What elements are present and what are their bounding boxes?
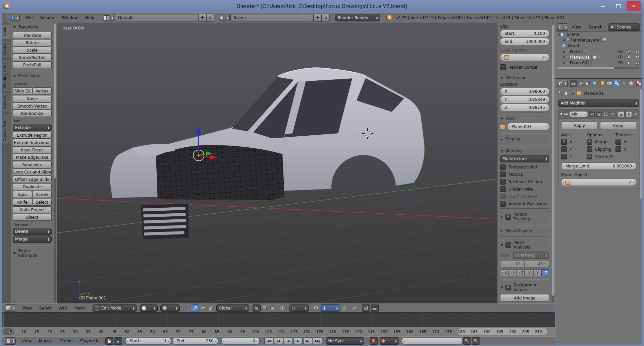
hidden-wire-checkbox[interactable]	[500, 186, 506, 192]
vertex-groups-checkbox[interactable]: ✓	[587, 154, 592, 159]
tab-render-layers[interactable]	[577, 80, 584, 87]
axis-minus-x-button[interactable]: -X	[525, 269, 533, 276]
panel-header-background-images[interactable]: ▼✓Background Images	[500, 281, 549, 294]
manipulator-toggle[interactable]	[183, 305, 191, 312]
panel-header-mesh-analysis[interactable]: ▼Mesh Analysis::::	[500, 238, 549, 252]
opengl-render-image-button[interactable]	[362, 304, 370, 312]
expand-icon[interactable]: ⊕	[562, 39, 566, 42]
clip-start-field[interactable]: Start:0.100	[500, 30, 549, 37]
eyedropper-icon[interactable]	[542, 56, 545, 59]
render-border-checkbox[interactable]	[500, 64, 506, 70]
delete-layout-button[interactable]: ✕	[206, 14, 214, 22]
visibility-eye-icon[interactable]	[616, 61, 625, 65]
menu-item[interactable]: View	[568, 25, 585, 29]
merge-limit-field[interactable]: Merge Limit:0.001000	[561, 162, 636, 170]
expand-icon[interactable]: ⊕	[562, 61, 566, 65]
jump-to-start-button[interactable]: |◀◀	[264, 337, 273, 344]
tab-shading-uvs[interactable]: Shading / UVs	[2, 60, 11, 91]
vertex-select-mode-button[interactable]	[253, 304, 261, 312]
expand-icon[interactable]: ⊕	[562, 50, 566, 53]
editor-type-selector[interactable]: ▲▼	[5, 304, 16, 312]
panel-header-display[interactable]: ►Display::::	[500, 135, 549, 143]
editor-type-selector[interactable]: i ▲▼	[9, 14, 20, 21]
visibility-eye-icon[interactable]	[616, 55, 625, 59]
minimize-button[interactable]: —	[596, 1, 610, 11]
cursor-y-field[interactable]: Y:0.85849	[500, 96, 549, 103]
menu-item[interactable]: Render	[37, 15, 58, 20]
frame-start-field[interactable]: Start:1	[125, 337, 171, 345]
add-tool-button[interactable]: Subdivide	[13, 161, 52, 168]
region-corner-grip[interactable]	[2, 13, 7, 23]
manipulator-rotate-toggle[interactable]	[199, 305, 207, 312]
outliner-filter-select[interactable]: All Scenes	[608, 23, 640, 31]
add-scene-button[interactable]: ✚	[314, 14, 322, 22]
editor-type-selector[interactable]: ▲▼	[557, 23, 568, 31]
tab-world[interactable]	[592, 80, 599, 87]
texture-u-checkbox[interactable]	[615, 139, 621, 145]
tab-object[interactable]	[599, 80, 606, 87]
delete-menu[interactable]: Delete▲▼	[13, 228, 52, 235]
active-keying-set-field[interactable]	[402, 337, 463, 345]
ambient-occlusion-checkbox[interactable]	[500, 201, 506, 207]
mirror-object-field[interactable]	[561, 179, 636, 186]
opengl-render-animation-button[interactable]	[371, 304, 379, 312]
clipping-checkbox[interactable]	[587, 146, 592, 152]
axis-plus-x-button[interactable]: +X	[500, 269, 508, 276]
auto-keying-mode-select[interactable]: ▲▼	[380, 337, 399, 345]
transform-tool-button[interactable]: Scale	[13, 47, 52, 54]
timeline-canvas[interactable]	[2, 312, 555, 327]
selectability-arrow-icon[interactable]	[625, 61, 633, 65]
axis-plus-z-button[interactable]: +Z	[517, 269, 525, 276]
close-button[interactable]: ✕	[627, 1, 641, 11]
mirror-z-checkbox[interactable]	[561, 154, 567, 159]
spin-button[interactable]: Spin	[13, 191, 32, 198]
sync-mode-select[interactable]: No Sync▲▼	[326, 337, 364, 345]
tab-grease-pencil[interactable]: Grease Pencil	[2, 114, 11, 144]
viewport-shading-select[interactable]: ▲▼	[140, 304, 158, 312]
auto-keyframe-record-button[interactable]	[370, 337, 378, 345]
transform-tool-button[interactable]: Rotate	[13, 39, 52, 46]
3d-viewport[interactable]: User Ortho z y x (0) Plane.001	[57, 23, 497, 303]
deform-tool-button[interactable]: Noise	[13, 95, 52, 102]
transform-orientation-select[interactable]: Global ▲▼	[216, 304, 249, 312]
outliner-row-renderlayers[interactable]: ⊕ RenderLayers |	[555, 37, 642, 43]
outliner-row-world[interactable]: World	[555, 43, 642, 49]
texture-v-checkbox[interactable]	[615, 146, 621, 152]
knife-button[interactable]: Knife	[13, 199, 32, 206]
panel-header-mesh-display[interactable]: ►Mesh Display::::	[500, 226, 549, 235]
renderability-camera-icon[interactable]	[633, 61, 641, 65]
transform-tool-button[interactable]: Translate	[13, 32, 52, 39]
edge-select-mode-button[interactable]	[261, 305, 268, 312]
collapse-icon[interactable]: ⊖	[557, 33, 561, 36]
copy-button[interactable]: Copy	[600, 122, 636, 129]
panel-header-shading[interactable]: ▼Shading::::	[500, 146, 549, 155]
knife-select-button[interactable]: Select	[33, 199, 52, 206]
outliner-row-plane[interactable]: ⊕ ▽ Plane | ▽	[555, 49, 642, 54]
panel-grip[interactable]: ::::	[46, 74, 51, 77]
manipulate-center-points-button[interactable]	[351, 305, 358, 312]
modifier-move-up-button[interactable]: ▲	[618, 111, 624, 117]
backface-culling-checkbox[interactable]	[500, 179, 506, 185]
next-keyframe-button[interactable]: ▶|	[303, 337, 312, 344]
mesh-analysis-checkbox[interactable]	[505, 242, 511, 248]
insert-keyframe-button[interactable]	[463, 337, 471, 345]
play-button[interactable]: ▶	[293, 337, 303, 344]
panel-grip[interactable]: ::::	[46, 25, 51, 29]
face-select-mode-button[interactable]	[269, 305, 276, 312]
eyedropper-icon[interactable]	[629, 181, 632, 184]
collapse-icon[interactable]: ▼	[560, 113, 562, 116]
preview-range-toggle[interactable]	[105, 337, 113, 345]
menu-item[interactable]: Mesh	[70, 306, 89, 310]
add-tool-button[interactable]: Knife Project	[13, 206, 52, 213]
axis-plus-y-button[interactable]: +Y	[508, 269, 517, 276]
menu-item[interactable]: Frame	[57, 339, 76, 343]
scene-icon-button[interactable]: ▲▼	[219, 14, 230, 21]
modifier-editmode-toggle[interactable]	[603, 112, 608, 117]
cursor-x-field[interactable]: X:0.98060	[500, 88, 549, 95]
tab-texture[interactable]	[635, 80, 642, 87]
pin-icon[interactable]	[558, 91, 562, 96]
menu-item[interactable]: Marker	[35, 339, 56, 343]
manipulator-translate-toggle[interactable]	[191, 304, 199, 312]
tab-modifiers[interactable]	[613, 80, 621, 87]
selectability-arrow-icon[interactable]	[625, 50, 633, 54]
